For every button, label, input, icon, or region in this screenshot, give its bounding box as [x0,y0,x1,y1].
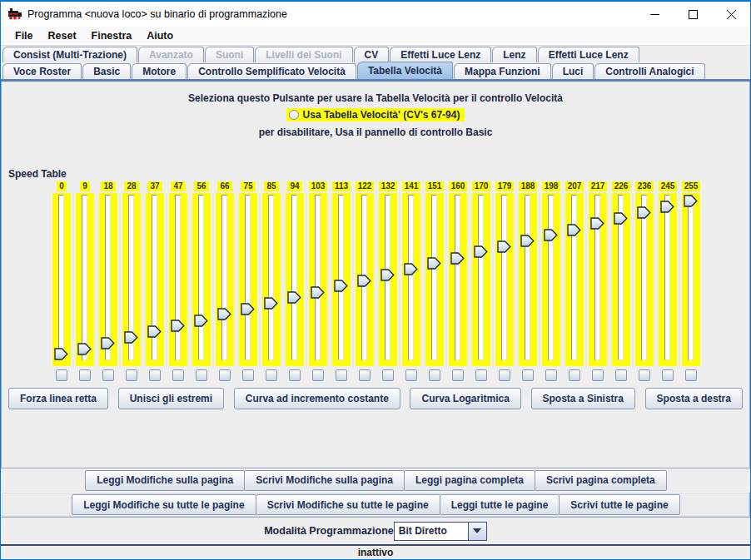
speed-checkbox-22[interactable] [545,369,557,381]
menu-aiuto[interactable]: Aiuto [139,28,181,43]
sposta-a-sinistra-button[interactable]: Sposta a Sinistra [531,388,635,409]
speed-slider-7[interactable] [192,193,211,366]
tab-effetti-luce-lenz[interactable]: Effetti Luce Lenz [538,47,639,62]
speed-slider-12[interactable] [309,193,327,366]
slider-thumb-14[interactable] [357,275,371,287]
speed-slider-9[interactable] [239,193,257,366]
tab-controllo-semplificato-velocit[interactable]: Controllo Semplificato Velocità [187,63,356,79]
leggi-tutte-le-pagine-button[interactable]: Leggi tutte le pagine [440,494,560,515]
scrivi-modifiche-sulla-pagina-button[interactable]: Scrivi Modifiche sulla pagina [244,470,405,491]
slider-thumb-1[interactable] [54,348,68,360]
tab-controlli-analogici[interactable]: Controlli Analogici [594,63,704,79]
slider-track-13[interactable] [338,195,344,360]
speed-checkbox-20[interactable] [499,369,510,381]
speed-slider-27[interactable] [659,193,677,366]
slider-thumb-17[interactable] [427,257,441,270]
speed-slider-10[interactable] [262,193,281,366]
unisci-gli-estremi-button[interactable]: Unisci gli estremi [118,388,224,409]
slider-thumb-18[interactable] [450,252,465,265]
speed-slider-15[interactable] [379,193,397,366]
slider-track-19[interactable] [478,195,484,360]
slider-thumb-20[interactable] [497,240,511,253]
slider-thumb-28[interactable] [684,195,698,207]
slider-track-21[interactable] [525,195,530,360]
menu-reset[interactable]: Reset [41,28,84,43]
slider-thumb-5[interactable] [147,325,162,338]
speed-slider-20[interactable] [495,193,514,366]
speed-checkbox-9[interactable] [242,369,254,381]
speed-checkbox-15[interactable] [382,369,394,381]
speed-checkbox-3[interactable] [102,369,114,381]
menu-finestra[interactable]: Finestra [84,28,140,43]
maximize-button[interactable] [674,2,712,27]
speed-slider-3[interactable] [99,193,117,366]
slider-thumb-13[interactable] [334,280,348,292]
speed-slider-5[interactable] [146,193,164,366]
speed-checkbox-25[interactable] [615,369,627,381]
curva-ad-incremento-costante-button[interactable]: Curva ad incremento costante [234,388,400,409]
slider-track-7[interactable] [198,195,204,360]
close-button[interactable] [712,2,750,27]
slider-thumb-2[interactable] [77,343,92,355]
slider-thumb-3[interactable] [101,337,115,349]
speed-checkbox-2[interactable] [79,369,91,381]
slider-track-26[interactable] [641,195,647,360]
tab-cv[interactable]: CV [354,47,390,62]
leggi-pagina-completa-button[interactable]: Leggi pagina completa [404,470,535,491]
slider-track-18[interactable] [455,195,460,360]
slider-track-22[interactable] [548,195,554,360]
slider-thumb-6[interactable] [171,320,185,332]
slider-thumb-21[interactable] [520,235,535,247]
speed-checkbox-8[interactable] [219,369,231,381]
forza-linea-retta-button[interactable]: Forza linea retta [8,388,108,409]
programming-mode-select[interactable]: Bit Diretto [394,522,487,541]
speed-slider-22[interactable] [542,193,560,366]
speed-slider-21[interactable] [519,193,537,366]
speed-slider-25[interactable] [612,193,630,366]
slider-track-23[interactable] [571,195,577,360]
scrivi-pagina-completa-button[interactable]: Scrivi pagina completa [535,470,667,491]
speed-slider-11[interactable] [286,193,304,366]
slider-thumb-26[interactable] [637,206,651,219]
slider-track-12[interactable] [315,195,321,360]
radio-button-icon[interactable] [289,110,299,120]
slider-thumb-15[interactable] [380,269,395,281]
speed-slider-2[interactable] [76,193,94,366]
speed-slider-16[interactable] [402,193,420,366]
speed-slider-1[interactable] [52,193,71,366]
slider-track-1[interactable] [58,195,64,360]
slider-thumb-16[interactable] [404,263,418,275]
tab-effetti-luce-lenz[interactable]: Effetti Luce Lenz [390,47,491,62]
slider-track-16[interactable] [408,195,414,360]
speed-checkbox-6[interactable] [172,369,184,381]
slider-thumb-12[interactable] [311,286,325,299]
speed-checkbox-10[interactable] [266,369,277,381]
leggi-modifiche-sulla-pagina-button[interactable]: Leggi Modifiche sulla pagina [85,470,245,491]
sposta-a-destra-button[interactable]: Sposta a destra [645,388,743,409]
speed-slider-18[interactable] [449,193,467,366]
tab-basic[interactable]: Basic [82,63,131,79]
slider-track-10[interactable] [268,195,274,360]
slider-track-3[interactable] [105,195,111,360]
tab-voce-roster[interactable]: Voce Roster [2,63,82,79]
tab-consist-multi-trazione[interactable]: Consist (Multi-Trazione) [2,47,137,62]
speed-checkbox-5[interactable] [149,369,161,381]
speed-checkbox-11[interactable] [289,369,301,381]
slider-track-6[interactable] [175,195,181,360]
slider-thumb-7[interactable] [194,315,208,327]
speed-slider-19[interactable] [472,193,490,366]
speed-slider-23[interactable] [565,193,584,366]
use-speed-table-option[interactable]: Usa Tabella Velocità' (CV's 67-94) [286,108,465,121]
slider-track-20[interactable] [501,195,507,360]
speed-slider-4[interactable] [122,193,141,366]
speed-slider-13[interactable] [332,193,351,366]
speed-slider-24[interactable] [589,193,607,366]
speed-checkbox-13[interactable] [336,369,347,381]
scrivi-tutte-le-pagine-button[interactable]: Scrivi tutte le pagine [559,494,679,515]
speed-checkbox-7[interactable] [196,369,207,381]
slider-thumb-10[interactable] [264,297,278,310]
slider-track-8[interactable] [221,195,227,360]
speed-slider-14[interactable] [356,193,374,366]
slider-thumb-9[interactable] [241,303,255,315]
speed-checkbox-23[interactable] [569,369,580,381]
